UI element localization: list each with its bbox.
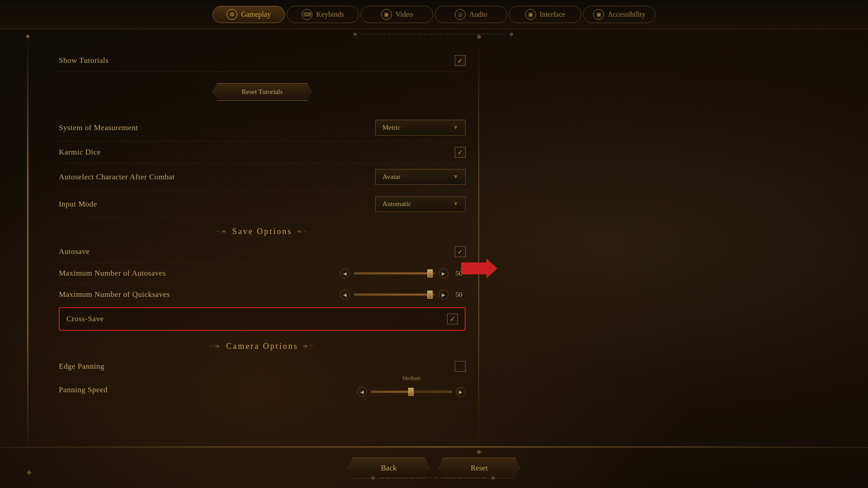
panning-speed-slider: Medium ◀ ▶ (357, 383, 466, 397)
save-options-header: ~❧ Save Options ❧~ (59, 218, 466, 241)
edge-panning-checkbox[interactable] (455, 361, 466, 372)
dropdown-arrow-icon-2: ▼ (453, 174, 458, 180)
panning-speed-row: Panning Speed Medium ◀ ▶ (59, 378, 466, 403)
input-mode-label: Input Mode (59, 200, 97, 209)
tab-interface[interactable]: ▣ Interface (509, 6, 581, 23)
karmic-dice-row: Karmic Dice (59, 141, 466, 164)
tab-accessibility-label: Accessibility (608, 10, 646, 19)
autosave-row: Autosave (59, 241, 466, 263)
autoselect-character-row: Autoselect Character After Combat Avatar… (59, 164, 466, 191)
cross-save-label: Cross-Save (66, 314, 104, 324)
show-tutorials-row: Show Tutorials (59, 50, 466, 72)
panning-speed-label: Panning Speed (59, 385, 108, 394)
panning-speed-track[interactable] (371, 390, 452, 393)
system-of-measurement-row: System of Measurement Metric ▼ (59, 114, 466, 141)
show-tutorials-label: Show Tutorials (59, 56, 108, 65)
input-mode-value: Automatic (382, 200, 411, 208)
tab-accessibility[interactable]: ▣ Accessibility (583, 6, 656, 23)
max-quicksaves-slider: ◀ ▶ 50 (340, 290, 466, 300)
audio-icon: ◎ (455, 9, 466, 20)
input-mode-row: Input Mode Automatic ▼ (59, 191, 466, 218)
video-icon: ▣ (381, 9, 392, 20)
cross-save-arrow (461, 258, 497, 278)
max-quicksaves-track[interactable] (354, 293, 435, 296)
tab-audio[interactable]: ◎ Audio (435, 6, 507, 23)
accessibility-icon: ▣ (593, 9, 604, 20)
arrow-icon (461, 258, 497, 278)
show-tutorials-checkbox[interactable] (455, 55, 466, 66)
autoselect-character-label: Autoselect Character After Combat (59, 173, 175, 182)
tab-interface-label: Interface (540, 10, 566, 19)
max-quicksaves-value: 50 (452, 291, 466, 299)
max-autosaves-row: Maximum Number of Autosaves ◀ ▶ 50 (59, 263, 466, 284)
max-autosaves-increase[interactable]: ▶ (439, 268, 448, 278)
karmic-dice-checkbox[interactable] (455, 147, 466, 158)
autoselect-character-value: Avatar (382, 173, 401, 181)
keybinds-icon: ⌨ (302, 9, 312, 20)
nav-divider (0, 29, 868, 38)
cross-save-checkbox[interactable] (447, 314, 458, 324)
panning-speed-decrease[interactable]: ◀ (357, 387, 367, 397)
interface-icon: ▣ (525, 9, 536, 20)
max-autosaves-decrease[interactable]: ◀ (340, 268, 350, 278)
autoselect-character-dropdown[interactable]: Avatar ▼ (375, 169, 466, 185)
autosave-checkbox[interactable] (455, 246, 466, 257)
system-of-measurement-value: Metric (382, 124, 401, 131)
tab-audio-label: Audio (469, 10, 487, 19)
autosave-label: Autosave (59, 247, 90, 256)
max-quicksaves-row: Maximum Number of Quicksaves ◀ ▶ 50 (59, 284, 466, 305)
tab-video[interactable]: ▣ Video (361, 6, 433, 23)
edge-panning-label: Edge Panning (59, 362, 104, 371)
settings-content: Show Tutorials Reset Tutorials System of… (41, 41, 475, 447)
max-autosaves-track[interactable] (354, 272, 435, 275)
panning-speed-value-label: Medium (402, 375, 421, 382)
dropdown-arrow-icon-3: ▼ (453, 201, 458, 207)
max-autosaves-slider: ◀ ▶ 50 (340, 268, 466, 278)
bottom-bar: Back Reset (0, 447, 868, 488)
tab-keybinds[interactable]: ⌨ Keybinds (287, 6, 359, 23)
max-quicksaves-decrease[interactable]: ◀ (340, 290, 350, 300)
edge-panning-row: Edge Panning (59, 356, 466, 378)
system-of-measurement-dropdown[interactable]: Metric ▼ (375, 120, 466, 136)
dropdown-arrow-icon: ▼ (453, 124, 458, 131)
tab-gameplay-label: Gameplay (241, 10, 271, 19)
max-quicksaves-increase[interactable]: ▶ (439, 290, 448, 300)
navigation-bar: ⚙ Gameplay ⌨ Keybinds ▣ Video ◎ Audio ▣ … (0, 0, 868, 29)
cross-save-row: Cross-Save (59, 307, 466, 331)
gameplay-icon: ⚙ (226, 9, 237, 20)
bottom-ornament: ◆ ────────────────── ◆ (371, 474, 497, 481)
left-ornament (27, 36, 28, 452)
tab-keybinds-label: Keybinds (316, 10, 344, 19)
tab-gameplay[interactable]: ⚙ Gameplay (212, 6, 285, 23)
reset-tutorials-button[interactable]: Reset Tutorials (212, 83, 312, 101)
input-mode-dropdown[interactable]: Automatic ▼ (375, 196, 466, 212)
tab-video-label: Video (396, 10, 413, 19)
max-autosaves-label: Maximum Number of Autosaves (59, 269, 166, 278)
karmic-dice-label: Karmic Dice (59, 148, 101, 157)
panning-speed-increase[interactable]: ▶ (456, 387, 466, 397)
system-of-measurement-label: System of Measurement (59, 123, 138, 132)
max-quicksaves-label: Maximum Number of Quicksaves (59, 290, 170, 299)
right-ornament (478, 36, 479, 452)
camera-options-header: ~❧ Camera Options ❧~ (59, 333, 466, 356)
